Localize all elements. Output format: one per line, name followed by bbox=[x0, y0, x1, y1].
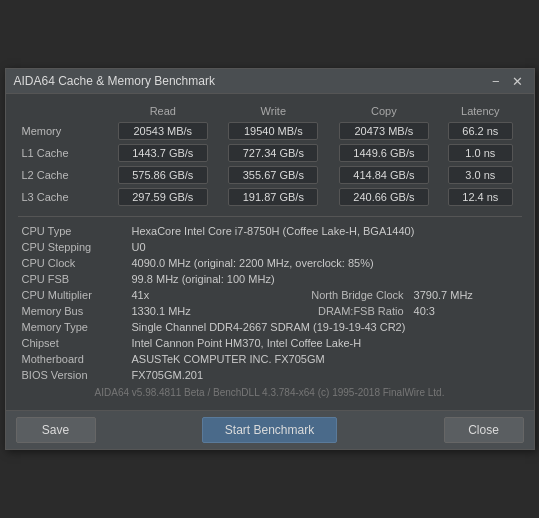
memory-bus-label: Memory Bus bbox=[18, 303, 128, 319]
start-benchmark-button[interactable]: Start Benchmark bbox=[202, 417, 337, 443]
window-title: AIDA64 Cache & Memory Benchmark bbox=[14, 74, 215, 88]
table-row: CPU FSB 99.8 MHz (original: 100 MHz) bbox=[18, 271, 522, 287]
table-row: L2 Cache 575.86 GB/s 355.67 GB/s 414.84 … bbox=[18, 164, 522, 186]
read-value: 1443.7 GB/s bbox=[108, 142, 219, 164]
read-value: 297.59 GB/s bbox=[108, 186, 219, 208]
table-row: CPU Type HexaCore Intel Core i7-8750H (C… bbox=[18, 223, 522, 239]
info-table: CPU Type HexaCore Intel Core i7-8750H (C… bbox=[18, 223, 522, 383]
window-controls: − ✕ bbox=[489, 75, 526, 88]
button-bar: Save Start Benchmark Close bbox=[6, 410, 534, 449]
chipset-label: Chipset bbox=[18, 335, 128, 351]
minimize-button[interactable]: − bbox=[489, 75, 503, 88]
copy-value: 414.84 GB/s bbox=[329, 164, 440, 186]
table-row: Memory Bus 1330.1 MHz DRAM:FSB Ratio 40:… bbox=[18, 303, 522, 319]
title-bar: AIDA64 Cache & Memory Benchmark − ✕ bbox=[6, 69, 534, 94]
latency-value: 3.0 ns bbox=[439, 164, 521, 186]
north-bridge-label: North Bridge Clock bbox=[239, 287, 409, 303]
col-header-label bbox=[18, 102, 108, 120]
copy-value: 1449.6 GB/s bbox=[329, 142, 440, 164]
read-value: 20543 MB/s bbox=[108, 120, 219, 142]
latency-value: 66.2 ns bbox=[439, 120, 521, 142]
benchmark-table: Read Write Copy Latency Memory 20543 MB/… bbox=[18, 102, 522, 208]
cpu-type-value: HexaCore Intel Core i7-8750H (Coffee Lak… bbox=[128, 223, 522, 239]
bios-label: BIOS Version bbox=[18, 367, 128, 383]
north-bridge-value: 3790.7 MHz bbox=[410, 287, 522, 303]
dram-fsb-value: 40:3 bbox=[410, 303, 522, 319]
table-row: Motherboard ASUSTeK COMPUTER INC. FX705G… bbox=[18, 351, 522, 367]
table-row: CPU Stepping U0 bbox=[18, 239, 522, 255]
write-value: 727.34 GB/s bbox=[218, 142, 329, 164]
memory-type-value: Single Channel DDR4-2667 SDRAM (19-19-19… bbox=[128, 319, 522, 335]
cpu-type-label: CPU Type bbox=[18, 223, 128, 239]
cpu-clock-value: 4090.0 MHz (original: 2200 MHz, overcloc… bbox=[128, 255, 522, 271]
write-value: 19540 MB/s bbox=[218, 120, 329, 142]
row-label: L3 Cache bbox=[18, 186, 108, 208]
chipset-value: Intel Cannon Point HM370, Intel Coffee L… bbox=[128, 335, 522, 351]
cpu-multiplier-value: 41x bbox=[128, 287, 240, 303]
motherboard-label: Motherboard bbox=[18, 351, 128, 367]
table-row: L3 Cache 297.59 GB/s 191.87 GB/s 240.66 … bbox=[18, 186, 522, 208]
divider-1 bbox=[18, 216, 522, 217]
table-row: Memory 20543 MB/s 19540 MB/s 20473 MB/s … bbox=[18, 120, 522, 142]
motherboard-value: ASUSTeK COMPUTER INC. FX705GM bbox=[128, 351, 522, 367]
cpu-multiplier-label: CPU Multiplier bbox=[18, 287, 128, 303]
write-value: 355.67 GB/s bbox=[218, 164, 329, 186]
col-header-read: Read bbox=[108, 102, 219, 120]
table-row: Chipset Intel Cannon Point HM370, Intel … bbox=[18, 335, 522, 351]
table-row: CPU Multiplier 41x North Bridge Clock 37… bbox=[18, 287, 522, 303]
cpu-fsb-label: CPU FSB bbox=[18, 271, 128, 287]
table-row: CPU Clock 4090.0 MHz (original: 2200 MHz… bbox=[18, 255, 522, 271]
cpu-stepping-value: U0 bbox=[128, 239, 522, 255]
close-button[interactable]: Close bbox=[444, 417, 524, 443]
latency-value: 1.0 ns bbox=[439, 142, 521, 164]
table-row: L1 Cache 1443.7 GB/s 727.34 GB/s 1449.6 … bbox=[18, 142, 522, 164]
dram-fsb-label: DRAM:FSB Ratio bbox=[239, 303, 409, 319]
col-header-latency: Latency bbox=[439, 102, 521, 120]
copy-value: 240.66 GB/s bbox=[329, 186, 440, 208]
memory-bus-value: 1330.1 MHz bbox=[128, 303, 240, 319]
cpu-clock-label: CPU Clock bbox=[18, 255, 128, 271]
cpu-fsb-value: 99.8 MHz (original: 100 MHz) bbox=[128, 271, 522, 287]
row-label: L2 Cache bbox=[18, 164, 108, 186]
table-row: BIOS Version FX705GM.201 bbox=[18, 367, 522, 383]
write-value: 191.87 GB/s bbox=[218, 186, 329, 208]
main-window: AIDA64 Cache & Memory Benchmark − ✕ Read… bbox=[5, 68, 535, 450]
read-value: 575.86 GB/s bbox=[108, 164, 219, 186]
copy-value: 20473 MB/s bbox=[329, 120, 440, 142]
col-header-copy: Copy bbox=[329, 102, 440, 120]
cpu-stepping-label: CPU Stepping bbox=[18, 239, 128, 255]
table-row: Memory Type Single Channel DDR4-2667 SDR… bbox=[18, 319, 522, 335]
row-label: Memory bbox=[18, 120, 108, 142]
memory-type-label: Memory Type bbox=[18, 319, 128, 335]
bios-value: FX705GM.201 bbox=[128, 367, 522, 383]
save-button[interactable]: Save bbox=[16, 417, 96, 443]
row-label: L1 Cache bbox=[18, 142, 108, 164]
close-window-button[interactable]: ✕ bbox=[509, 75, 526, 88]
content-area: Read Write Copy Latency Memory 20543 MB/… bbox=[6, 94, 534, 410]
col-header-write: Write bbox=[218, 102, 329, 120]
latency-value: 12.4 ns bbox=[439, 186, 521, 208]
footer-note: AIDA64 v5.98.4811 Beta / BenchDLL 4.3.78… bbox=[18, 383, 522, 404]
